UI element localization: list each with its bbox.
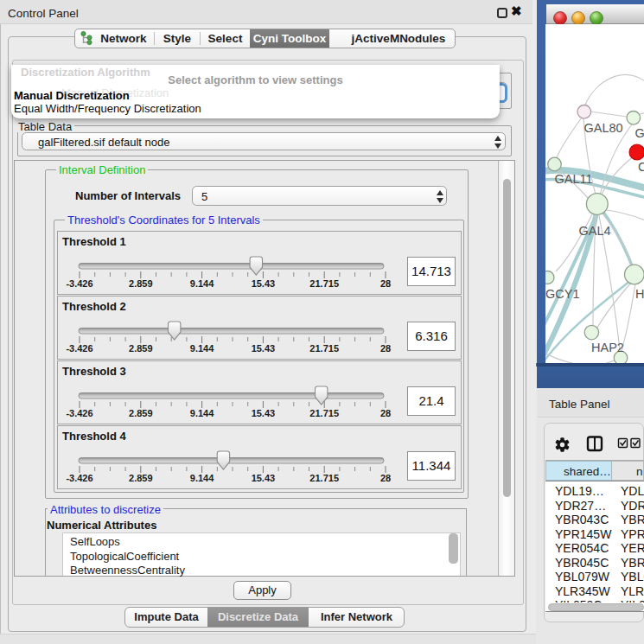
svg-text:21.715: 21.715 xyxy=(309,343,339,354)
svg-text:2.859: 2.859 xyxy=(129,473,153,483)
svg-text:21.715: 21.715 xyxy=(309,473,339,483)
svg-text:15.43: 15.43 xyxy=(252,408,276,418)
svg-text:2.859: 2.859 xyxy=(129,408,153,418)
svg-text:21.715: 21.715 xyxy=(309,408,339,418)
svg-text:28: 28 xyxy=(380,278,391,289)
svg-text:-3.426: -3.426 xyxy=(66,278,92,289)
svg-text:GAL11: GAL11 xyxy=(555,172,593,186)
svg-text:9.144: 9.144 xyxy=(190,343,214,354)
svg-text:2.859: 2.859 xyxy=(129,278,153,289)
svg-text:21.715: 21.715 xyxy=(309,278,339,289)
svg-text:2.859: 2.859 xyxy=(129,343,153,354)
svg-text:9.144: 9.144 xyxy=(190,408,214,418)
svg-text:CA: CA xyxy=(638,160,644,174)
svg-text:15.43: 15.43 xyxy=(252,473,276,483)
svg-text:28: 28 xyxy=(380,343,391,354)
svg-text:28: 28 xyxy=(380,408,391,418)
svg-text:GAL80: GAL80 xyxy=(584,121,623,135)
svg-text:HS: HS xyxy=(635,287,644,301)
svg-text:28: 28 xyxy=(380,473,391,483)
svg-text:9.144: 9.144 xyxy=(190,278,214,289)
svg-text:-3.426: -3.426 xyxy=(66,473,92,483)
svg-text:HAP2: HAP2 xyxy=(591,341,624,354)
svg-text:-3.426: -3.426 xyxy=(66,343,92,354)
svg-text:GCY1: GCY1 xyxy=(545,287,580,301)
svg-text:9.144: 9.144 xyxy=(190,473,214,483)
svg-text:15.43: 15.43 xyxy=(252,278,276,289)
svg-text:GAL4: GAL4 xyxy=(579,224,611,238)
svg-text:-3.426: -3.426 xyxy=(66,408,92,418)
svg-text:15.43: 15.43 xyxy=(252,343,276,354)
svg-text:GAL1: GAL1 xyxy=(635,126,644,140)
